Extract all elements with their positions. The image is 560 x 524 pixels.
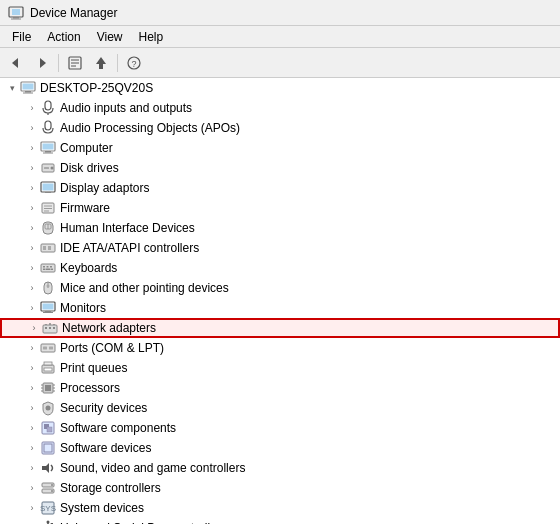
icon-software-components — [40, 420, 56, 436]
tree-item-monitors[interactable]: › Monitors — [0, 298, 560, 318]
svg-rect-58 — [53, 327, 55, 329]
icon-display-adaptors — [40, 180, 56, 196]
tree-item-security-devices[interactable]: › Security devices — [0, 398, 560, 418]
icon-system-devices: SYS — [40, 500, 56, 516]
tree-item-software-devices[interactable]: › Software devices — [0, 438, 560, 458]
tree-item-network-adapters[interactable]: › Network adapters — [0, 318, 560, 338]
label-network-adapters: Network adapters — [62, 321, 156, 335]
tree-item-hid[interactable]: › Human Interface Devices — [0, 218, 560, 238]
expander-hid: › — [24, 220, 40, 236]
svg-rect-57 — [49, 327, 51, 329]
tree-item-ports[interactable]: › Ports (COM & LPT) — [0, 338, 560, 358]
tree-item-audio-processing[interactable]: › Audio Processing Objects (APOs) — [0, 118, 560, 138]
label-disk-drives: Disk drives — [60, 161, 119, 175]
update-driver-button[interactable] — [89, 52, 113, 74]
svg-rect-44 — [50, 266, 52, 268]
tree-item-software-components[interactable]: › Software components — [0, 418, 560, 438]
tree-item-processors[interactable]: › Processors — [0, 378, 560, 398]
svg-marker-4 — [12, 58, 18, 68]
svg-point-86 — [51, 490, 53, 492]
menu-action[interactable]: Action — [39, 28, 88, 46]
tree-item-audio-inputs[interactable]: › Audio inputs and outputs — [0, 98, 560, 118]
expander-audio-inputs: › — [24, 100, 40, 116]
forward-button[interactable] — [30, 52, 54, 74]
properties-button[interactable] — [63, 52, 87, 74]
menu-bar: File Action View Help — [0, 26, 560, 48]
tree-item-mice[interactable]: › Mice and other pointing devices — [0, 278, 560, 298]
svg-rect-31 — [42, 203, 54, 213]
tree-item-sound[interactable]: › Sound, video and game controllers — [0, 458, 560, 478]
icon-firmware — [40, 200, 56, 216]
svg-marker-5 — [40, 58, 46, 68]
svg-rect-30 — [45, 192, 51, 193]
svg-rect-45 — [43, 269, 45, 271]
tree-item-system-devices[interactable]: › SYS System devices — [0, 498, 560, 518]
tree-item-usb[interactable]: › Universal Serial Bus controllers — [0, 518, 560, 524]
menu-file[interactable]: File — [4, 28, 39, 46]
svg-marker-82 — [42, 463, 49, 473]
icon-software-devices — [40, 440, 56, 456]
svg-rect-41 — [41, 264, 55, 272]
back-button[interactable] — [4, 52, 28, 74]
toolbar-separator-1 — [58, 54, 59, 72]
svg-rect-3 — [11, 18, 21, 19]
label-firmware: Firmware — [60, 201, 110, 215]
icon-ide — [40, 240, 56, 256]
icon-print-queues — [40, 360, 56, 376]
svg-rect-1 — [12, 9, 20, 15]
svg-rect-15 — [23, 84, 34, 90]
label-system-devices: System devices — [60, 501, 144, 515]
expander-computer: › — [24, 140, 40, 156]
expander-usb: › — [24, 520, 40, 524]
tree-item-display-adaptors[interactable]: › Display adaptors — [0, 178, 560, 198]
expander-ide: › — [24, 240, 40, 256]
expander-display-adaptors: › — [24, 180, 40, 196]
icon-ports — [40, 340, 56, 356]
label-computer: Computer — [60, 141, 113, 155]
icon-audio-inputs — [40, 100, 56, 116]
tree-item-disk-drives[interactable]: › Disk drives — [0, 158, 560, 178]
tree-item-ide[interactable]: › IDE ATA/ATAPI controllers — [0, 238, 560, 258]
svg-marker-10 — [96, 57, 106, 64]
label-ports: Ports (COM & LPT) — [60, 341, 164, 355]
svg-rect-29 — [43, 184, 54, 191]
svg-rect-66 — [44, 362, 52, 365]
svg-rect-17 — [23, 93, 33, 94]
svg-rect-24 — [43, 153, 53, 154]
icon-hid — [40, 220, 56, 236]
svg-rect-26 — [44, 167, 49, 169]
svg-text:SYS: SYS — [40, 504, 56, 513]
expander-mice: › — [24, 280, 40, 296]
help-button[interactable]: ? — [122, 52, 146, 74]
svg-text:?: ? — [131, 59, 136, 69]
tree-item-computer[interactable]: › Computer — [0, 138, 560, 158]
svg-point-85 — [51, 484, 53, 486]
expander-audio-processing: › — [24, 120, 40, 136]
menu-view[interactable]: View — [89, 28, 131, 46]
expander-software-components: › — [24, 420, 40, 436]
expander-monitors: › — [24, 300, 40, 316]
tree-item-storage-controllers[interactable]: › Storage controllers — [0, 478, 560, 498]
svg-point-76 — [46, 406, 51, 411]
svg-rect-39 — [43, 246, 46, 250]
svg-rect-53 — [45, 311, 51, 312]
label-display-adaptors: Display adaptors — [60, 181, 149, 195]
icon-security-devices — [40, 400, 56, 416]
icon-network-adapters — [42, 320, 58, 336]
expander-system-devices: › — [24, 500, 40, 516]
expander-keyboards: › — [24, 260, 40, 276]
device-tree: ▾ DESKTOP-25QV20S › Audio inputs and out… — [0, 78, 560, 524]
svg-point-50 — [47, 285, 50, 288]
tree-root[interactable]: ▾ DESKTOP-25QV20S — [0, 78, 560, 98]
svg-rect-11 — [99, 64, 103, 69]
svg-rect-40 — [48, 246, 51, 250]
label-storage-controllers: Storage controllers — [60, 481, 161, 495]
tree-item-print-queues[interactable]: › Print queues — [0, 358, 560, 378]
tree-item-keyboards[interactable]: › Keyboards — [0, 258, 560, 278]
svg-rect-54 — [43, 312, 53, 313]
label-hid: Human Interface Devices — [60, 221, 195, 235]
icon-computer — [40, 140, 56, 156]
tree-item-firmware[interactable]: › Firmware — [0, 198, 560, 218]
svg-rect-56 — [45, 327, 47, 329]
menu-help[interactable]: Help — [131, 28, 172, 46]
